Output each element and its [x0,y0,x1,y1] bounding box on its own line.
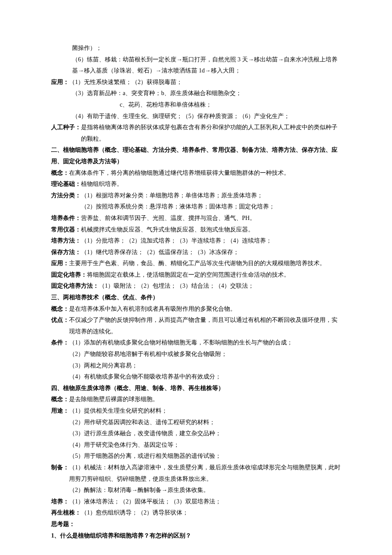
heading-questions: 思考题： [51,519,341,530]
text: （1）分批培养；（2）流加式培养；（3）半连续培养；（4）连续培养； [81,237,272,244]
text-preserve: 保存方法：（1）继代培养保存法；（2）低温保存法；（3）冰冻保存； [51,247,341,258]
text-line: （4）有机物或多聚化合物不能吸收培养基中的有效成分； [51,371,341,383]
label-theory: 理论基础： [51,181,81,187]
text-concept4: 概念：是去除细胞壁后裸露的球形细胞。 [51,394,341,405]
label-culture4: 培养： [51,498,69,505]
text: 植物组织培养。 [81,181,123,187]
text: 营养盐、前体和调节因子、光照、温度、搅拌与混合、通气、PH。 [81,215,256,221]
text-application: 应用：（1）无性系快速繁殖；（2）获得脱毒苗； [51,77,341,88]
text-line: （2）按照培养系统分类：悬浮培养；液体培养；固体培养；固定化培养； [51,201,341,213]
text-regenerate: 再生植株：（1）愈伤组织诱导；（2）诱导胚状体； [51,507,341,519]
text: 在离体条件下，将分离的植物细胞通过继代培养增殖获得大量细胞群体的一种技术。 [69,170,290,176]
label-concept3: 概念： [51,306,69,312]
text-condition3: 条件：（1）添加的有机物或多聚化合物对植物细胞无毒，不影响细胞的生长与产物的合成… [51,337,341,349]
text: （1）继代培养保存法；（2）低温保存法；（3）冰冻保存； [81,249,239,255]
text: （1）无性系快速繁殖；（2）获得脱毒苗； [69,79,182,85]
text: 是去除细胞壁后裸露的球形细胞。 [69,396,159,402]
text-line: c、花药、花粉培养和单倍体植株； [51,99,341,111]
text: （1）根据培养对象分类：单细胞培养；单倍体培养；原生质体培养； [81,192,263,199]
text-line: （3）两相之间分离容易； [51,360,341,372]
text: 主要用于生产色素、药物，食品、酶、精细化工产品等次生代谢物为目的的大规模细胞培养… [69,260,326,266]
label-instrument: 常用仪器： [51,226,81,233]
label-condition3: 条件： [51,339,69,346]
text-application2: 应用：主要用于生产色素、药物，食品、酶、精细化工产品等次生代谢物为目的的大规模细… [51,258,341,269]
text: 是在培养体系中加入有机溶剂或者具有吸附作用的多聚化合物。 [69,306,236,312]
heading-section-2: 二、植物细胞培养（概念、理论基础、方法分类、培养条件、常用仪器、制备方法、培养方… [51,145,341,167]
text: （1）提供相关生理生化研究的材料； [69,408,167,414]
label-immobilized: 固定化培养： [51,272,87,278]
label-prepare: 制备： [51,464,69,471]
text-method-class: 方法分类：（1）根据培养对象分类：单细胞培养；单倍体培养；原生质体培养； [51,190,341,202]
text-culture4: 培养：（1）液体培养法；（2）固体平板法；（3）双层培养法； [51,496,341,508]
text-line: （2）用作研究基因调控和表达、遗传工程研究的材料； [51,417,341,428]
label-use: 用途： [51,408,69,414]
heading-section-4: 四、植物原生质体培养（概念、用途、制备、培养、再生植株等） [51,383,341,394]
text: （1）添加的有机物或多聚化合物对植物细胞无毒，不影响细胞的生长与产物的合成； [69,339,293,346]
label-artificial-seed: 人工种子： [51,124,81,130]
heading-section-3: 三、两相培养技术（概念、优点、条件） [51,292,341,304]
text: 将细胞固定在载体上，使活细胞固定在一定的空间范围进行生命活动的技术。 [87,272,290,278]
label-concept: 概念： [51,170,69,176]
text-condition: 培养条件：营养盐、前体和调节因子、光照、温度、搅拌与混合、通气、PH。 [51,213,341,224]
label-condition: 培养条件： [51,215,81,221]
label-method-class: 方法分类： [51,192,81,199]
label-advantage: 优点： [51,317,69,323]
text-concept3: 概念：是在培养体系中加入有机溶剂或者具有吸附作用的多聚化合物。 [51,304,341,315]
label-culture-method: 培养方法： [51,237,81,244]
text-line: （2）酶解法：取材消毒→酶解制备→原生质体收集。 [51,485,341,496]
label-immobilized-method: 固定化培养方法： [51,283,99,289]
text-theory: 理论基础：植物组织培养。 [51,179,341,190]
label-application2: 应用： [51,260,69,266]
text: 机械搅拌式生物反应器、气升式生物反应器、鼓泡式生物反应器。 [81,226,254,233]
text-line: 菌操作）； [51,43,341,54]
text-culture-method: 培养方法：（1）分批培养；（2）流加式培养；（3）半连续培养；（4）连续培养； [51,235,341,247]
text-concept: 概念：在离体条件下，将分离的植物细胞通过继代培养增殖获得大量细胞群体的一种技术。 [51,168,341,179]
label-concept4: 概念： [51,396,69,402]
text: （1）液体培养法；（2）固体平板法；（3）双层培养法； [69,498,221,505]
question-1: 1、什么是植物组织培养和细胞培养？有怎样的区别？ [51,530,341,542]
text-line: （6）练苗、移栽：幼苗根长到一定长度→瓶口打开，自然光照 3 天→移出幼苗→自来… [51,54,341,77]
text-line: （4）有助于遗传、生理生化、病理研究；（5）保存种质资源；（6）产业化生产； [51,111,341,122]
text-prepare: 制备：（1）机械法：材料放入高渗溶液中，发生质壁分离，最后原生质体收缩成球形完全… [51,462,341,485]
text: 是指将植物离体培养的胚状体或芽包裹在含有养分和保护功能的人工胚乳和人工种皮中的类… [81,124,337,142]
text-artificial-seed: 人工种子：是指将植物离体培养的胚状体或芽包裹在含有养分和保护功能的人工胚乳和人工… [51,122,341,145]
text-line: （3）进行原生质体融合，改变遗传物质，建立杂交品种； [51,428,341,439]
text-line: （3）选育新品种：a、突变育种；b、原生质体融合和细胞杂交； [51,88,341,99]
text: （1）机械法：材料放入高渗溶液中，发生质壁分离，最后原生质体收缩成球形完全与细胞… [69,464,340,482]
text-line: （5）用于细胞器的分离，或进行相关细胞器的遗传试验； [51,451,341,462]
text: （1）愈伤组织诱导；（2）诱导胚状体； [81,509,188,516]
text-instrument: 常用仪器：机械搅拌式生物反应器、气升式生物反应器、鼓泡式生物反应器。 [51,224,341,236]
text: （1）吸附法；（2）包埋法；（3）结合法；（4）交联法； [99,283,254,289]
text-advantage: 优点：不仅减少了产物的反馈抑制作用，从而提高产物含量，而且可以通过有机相的不断回… [51,315,341,337]
text-immobilized-method: 固定化培养方法：（1）吸附法；（2）包埋法；（3）结合法；（4）交联法； [51,280,341,292]
text-line: （2）产物能较容易地溶解于有机相中或被多聚化合物吸附； [51,349,341,360]
text: 不仅减少了产物的反馈抑制作用，从而提高产物含量，而且可以通过有机相的不断回收及循… [69,317,337,335]
text-immobilized: 固定化培养：将细胞固定在载体上，使活细胞固定在一定的空间范围进行生命活动的技术。 [51,269,341,281]
text-line: （4）用于研究染色体行为、基因定位等； [51,439,341,451]
text-use: 用途：（1）提供相关生理生化研究的材料； [51,405,341,417]
label-application: 应用： [51,79,69,85]
label-regenerate: 再生植株： [51,509,81,516]
label-preserve: 保存方法： [51,249,81,255]
